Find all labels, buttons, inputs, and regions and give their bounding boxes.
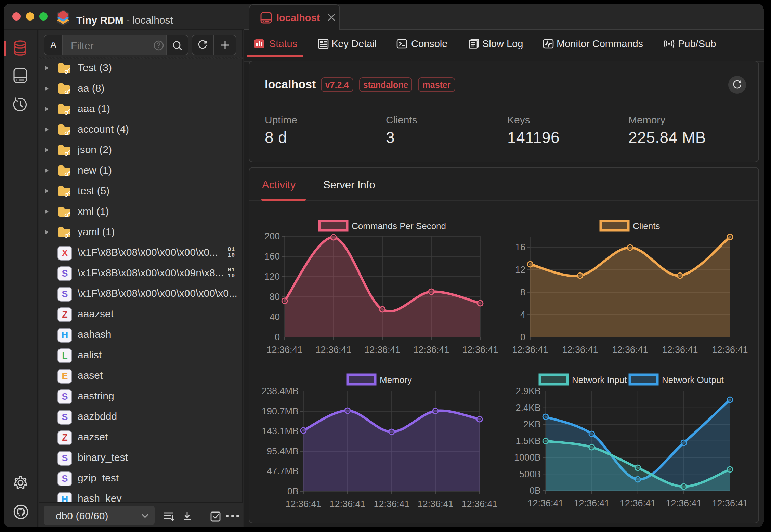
- svg-text:12:36:41: 12:36:41: [462, 345, 498, 355]
- svg-text:12:36:41: 12:36:41: [285, 499, 321, 509]
- svg-text:238.4MB: 238.4MB: [262, 386, 299, 396]
- svg-text:40: 40: [270, 312, 280, 322]
- svg-text:2.9KB: 2.9KB: [515, 386, 541, 396]
- svg-text:160: 160: [264, 251, 280, 262]
- svg-text:12:36:41: 12:36:41: [666, 498, 702, 508]
- svg-text:143.1MB: 143.1MB: [262, 426, 299, 436]
- svg-text:120: 120: [264, 271, 280, 282]
- svg-text:12:36:41: 12:36:41: [329, 499, 365, 509]
- svg-text:2KB: 2KB: [523, 419, 541, 429]
- svg-text:12:36:41: 12:36:41: [413, 345, 449, 355]
- svg-text:Clients: Clients: [633, 221, 660, 231]
- svg-text:200: 200: [264, 231, 280, 241]
- svg-text:12:36:41: 12:36:41: [374, 499, 409, 509]
- svg-text:12: 12: [515, 265, 525, 275]
- svg-text:Memory: Memory: [380, 375, 412, 385]
- svg-text:12:36:41: 12:36:41: [712, 345, 748, 355]
- svg-text:2.4KB: 2.4KB: [515, 403, 541, 413]
- svg-text:190.7MB: 190.7MB: [262, 406, 299, 416]
- svg-text:12:36:41: 12:36:41: [417, 499, 453, 509]
- svg-text:Network Input: Network Input: [572, 375, 627, 385]
- svg-text:12:36:41: 12:36:41: [364, 345, 400, 355]
- svg-text:12:36:41: 12:36:41: [574, 498, 610, 508]
- svg-text:95.4MB: 95.4MB: [267, 446, 299, 456]
- svg-text:500B: 500B: [519, 469, 541, 479]
- svg-text:8: 8: [520, 287, 525, 297]
- svg-text:Network Output: Network Output: [662, 375, 724, 385]
- svg-text:1.5KB: 1.5KB: [515, 436, 541, 446]
- svg-text:12:36:41: 12:36:41: [712, 498, 748, 508]
- svg-text:0B: 0B: [287, 486, 299, 496]
- svg-text:12:36:41: 12:36:41: [315, 345, 351, 355]
- svg-text:0B: 0B: [530, 486, 541, 496]
- svg-text:4: 4: [520, 309, 525, 320]
- svg-text:12:36:41: 12:36:41: [512, 345, 548, 355]
- svg-text:12:36:41: 12:36:41: [266, 345, 302, 355]
- svg-text:47.7MB: 47.7MB: [267, 466, 299, 476]
- svg-text:12:36:41: 12:36:41: [612, 345, 648, 355]
- svg-text:12:36:41: 12:36:41: [562, 345, 598, 355]
- svg-text:1000B: 1000B: [514, 452, 541, 463]
- svg-text:80: 80: [270, 292, 280, 302]
- svg-text:16: 16: [515, 242, 525, 252]
- svg-text:12:36:41: 12:36:41: [461, 499, 497, 509]
- svg-text:12:36:41: 12:36:41: [527, 498, 563, 508]
- svg-text:0: 0: [275, 332, 280, 342]
- svg-text:12:36:41: 12:36:41: [662, 345, 698, 355]
- svg-text:12:36:41: 12:36:41: [620, 498, 656, 508]
- svg-text:Commands Per Second: Commands Per Second: [352, 221, 446, 231]
- svg-text:0: 0: [520, 332, 525, 342]
